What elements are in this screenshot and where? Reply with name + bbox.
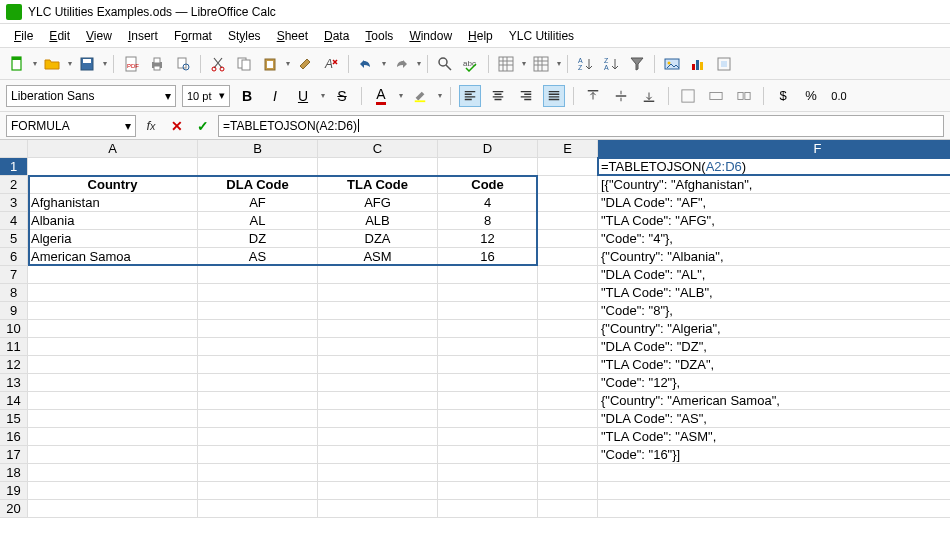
export-pdf-button[interactable]: PDF [120,53,142,75]
spreadsheet-grid[interactable]: ABCDEFGH1=TABLETOJSON(A2:D6)2CountryDLA … [0,140,950,554]
row-head-10[interactable]: 10 [0,320,28,338]
col-dropdown[interactable]: ▾ [557,59,561,68]
cell-B18[interactable] [198,464,318,482]
cell-C6[interactable]: ASM [318,248,438,266]
cell-D1[interactable] [438,158,538,176]
cell-F2[interactable]: [{"Country": "Afghanistan", [598,176,950,194]
row-head-4[interactable]: 4 [0,212,28,230]
cell-B8[interactable] [198,284,318,302]
cell-C4[interactable]: ALB [318,212,438,230]
open-dropdown[interactable]: ▾ [68,59,72,68]
cell-F12[interactable]: "TLA Code": "DZA", [598,356,950,374]
wrap-text-button[interactable] [677,85,699,107]
cell-F16[interactable]: "TLA Code": "ASM", [598,428,950,446]
cell-D5[interactable]: 12 [438,230,538,248]
font-size-combo[interactable]: 10 pt▾ [182,85,230,107]
align-center-button[interactable] [487,85,509,107]
cell-B5[interactable]: DZ [198,230,318,248]
cell-F9[interactable]: "Code": "8"}, [598,302,950,320]
row-head-18[interactable]: 18 [0,464,28,482]
paste-dropdown[interactable]: ▾ [286,59,290,68]
row-head-14[interactable]: 14 [0,392,28,410]
cell-E2[interactable] [538,176,598,194]
cell-F6[interactable]: {"Country": "Albania", [598,248,950,266]
valign-top-button[interactable] [582,85,604,107]
row-head-5[interactable]: 5 [0,230,28,248]
cell-B4[interactable]: AL [198,212,318,230]
menu-insert[interactable]: Insert [120,26,166,46]
cell-D8[interactable] [438,284,538,302]
menu-styles[interactable]: Styles [220,26,269,46]
row-head-9[interactable]: 9 [0,302,28,320]
cell-F13[interactable]: "Code": "12"}, [598,374,950,392]
find-button[interactable] [434,53,456,75]
cell-B20[interactable] [198,500,318,518]
cell-A6[interactable]: American Samoa [28,248,198,266]
cell-D15[interactable] [438,410,538,428]
col-head-D[interactable]: D [438,140,538,158]
cell-D9[interactable] [438,302,538,320]
cell-F3[interactable]: "DLA Code": "AF", [598,194,950,212]
cell-D10[interactable] [438,320,538,338]
cell-F18[interactable] [598,464,950,482]
cell-A20[interactable] [28,500,198,518]
cell-A1[interactable] [28,158,198,176]
col-head-C[interactable]: C [318,140,438,158]
cell-A4[interactable]: Albania [28,212,198,230]
save-button[interactable] [76,53,98,75]
cell-A8[interactable] [28,284,198,302]
cell-D12[interactable] [438,356,538,374]
row-head-11[interactable]: 11 [0,338,28,356]
cell-E15[interactable] [538,410,598,428]
cell-E12[interactable] [538,356,598,374]
cell-F20[interactable] [598,500,950,518]
cell-C19[interactable] [318,482,438,500]
menu-help[interactable]: Help [460,26,501,46]
cell-D17[interactable] [438,446,538,464]
cell-A12[interactable] [28,356,198,374]
cell-A15[interactable] [28,410,198,428]
cell-F11[interactable]: "DLA Code": "DZ", [598,338,950,356]
valign-bottom-button[interactable] [638,85,660,107]
align-left-button[interactable] [459,85,481,107]
cell-F19[interactable] [598,482,950,500]
cell-F1[interactable]: =TABLETOJSON(A2:D6) [598,158,950,176]
cell-A17[interactable] [28,446,198,464]
print-preview-button[interactable] [172,53,194,75]
cell-D14[interactable] [438,392,538,410]
cell-B3[interactable]: AF [198,194,318,212]
cell-F14[interactable]: {"Country": "American Samoa", [598,392,950,410]
cell-C15[interactable] [318,410,438,428]
cell-B16[interactable] [198,428,318,446]
underline-button[interactable]: U [292,85,314,107]
cell-A5[interactable]: Algeria [28,230,198,248]
col-button[interactable] [530,53,552,75]
function-wizard-button[interactable]: fx [140,115,162,137]
row-head-7[interactable]: 7 [0,266,28,284]
copy-button[interactable] [233,53,255,75]
font-color-dropdown[interactable]: ▾ [399,91,403,100]
cell-E17[interactable] [538,446,598,464]
cell-E4[interactable] [538,212,598,230]
currency-button[interactable]: $ [772,85,794,107]
col-head-F[interactable]: F [598,140,950,158]
cell-E10[interactable] [538,320,598,338]
cell-D13[interactable] [438,374,538,392]
cell-A16[interactable] [28,428,198,446]
cell-A10[interactable] [28,320,198,338]
percent-button[interactable]: % [800,85,822,107]
cell-D6[interactable]: 16 [438,248,538,266]
cell-D7[interactable] [438,266,538,284]
cell-A18[interactable] [28,464,198,482]
cell-C9[interactable] [318,302,438,320]
font-color-button[interactable]: A [370,85,392,107]
cell-B12[interactable] [198,356,318,374]
clear-formatting-button[interactable]: A [320,53,342,75]
row-head-12[interactable]: 12 [0,356,28,374]
col-head-E[interactable]: E [538,140,598,158]
cut-button[interactable] [207,53,229,75]
menu-file[interactable]: File [6,26,41,46]
cell-B9[interactable] [198,302,318,320]
cell-C16[interactable] [318,428,438,446]
row-head-17[interactable]: 17 [0,446,28,464]
